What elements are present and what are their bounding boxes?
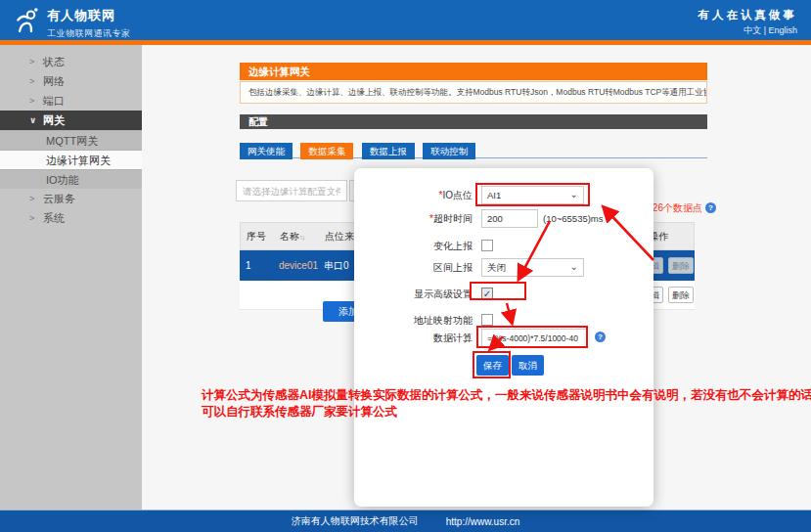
range-report-label: 区间上报 [365, 258, 473, 277]
footer-company: 济南有人物联网技术有限公司 [292, 514, 419, 528]
app-window: 有人物联网 工业物联网通讯专家 有人在认真做事 中文 | English > 状… [0, 0, 811, 532]
sidebar-item-io-function[interactable]: IO功能 [0, 169, 142, 189]
header-slogan: 有人在认真做事 [698, 8, 798, 22]
chevron-down-icon: ∨ [29, 111, 36, 130]
change-report-label: 变化上报 [365, 237, 473, 255]
datapoint-count: 126个数据点 [647, 201, 702, 215]
chevron-right-icon: > [29, 91, 34, 111]
help-icon[interactable]: ? [705, 202, 716, 213]
tab-data-collection[interactable]: 数据采集 [300, 143, 353, 159]
sidebar-item-label: 系统 [43, 212, 65, 224]
sidebar-item-label: 网络 [43, 75, 65, 87]
sidebar-item-label: IO功能 [46, 174, 79, 186]
save-button[interactable]: 保存 [476, 355, 509, 376]
tab-gateway-enable[interactable]: 网关使能 [240, 143, 293, 159]
language-switch[interactable]: 中文 | English [743, 24, 797, 37]
timeout-range-hint: (10~65535)ms [543, 209, 604, 228]
tab-linkage-control[interactable]: 联动控制 [423, 143, 475, 159]
sidebar: > 状态 > 网络 > 端口 ∨ 网关 MQTT网关 边缘计算网关 IO功能 >… [0, 45, 142, 510]
col-no: 序号 [247, 223, 266, 249]
delete-button[interactable]: 删除 [668, 257, 694, 274]
change-report-checkbox[interactable] [481, 240, 493, 251]
cell-source: 串口0 [324, 250, 349, 281]
sidebar-item-label: 边缘计算网关 [46, 155, 111, 166]
sidebar-item-network[interactable]: > 网络 [0, 71, 142, 91]
chevron-right-icon: > [29, 71, 34, 91]
footer-url[interactable]: http://www.usr.cn [446, 516, 520, 527]
cancel-button[interactable]: 取消 [512, 355, 544, 376]
page-description: 包括边缘采集、边缘计算、边缘上报、联动控制等功能。支持Modbus RTU转Js… [240, 81, 707, 104]
io-point-select[interactable]: AI1 ⌄ [481, 186, 584, 204]
datapoint-edit-modal: *IO点位 AI1 ⌄ *超时时间 (10~65535)ms 变化上报 区间上报… [354, 168, 653, 507]
top-header: 有人物联网 工业物联网通讯专家 有人在认真做事 中文 | English [0, 0, 811, 40]
range-report-select[interactable]: 关闭 ⌄ [481, 258, 584, 277]
sidebar-item-edge-gateway[interactable]: 边缘计算网关 [0, 150, 142, 169]
cell-name: device01 [279, 250, 318, 281]
page-title: 边缘计算网关 [240, 63, 707, 80]
sidebar-item-mqtt-gateway[interactable]: MQTT网关 [0, 130, 142, 150]
sidebar-item-label: 状态 [43, 56, 65, 67]
sidebar-item-status[interactable]: > 状态 [0, 52, 142, 71]
sidebar-item-label: 网关 [43, 114, 65, 126]
chevron-right-icon: > [29, 52, 34, 71]
data-calc-input[interactable] [481, 329, 587, 347]
timeout-input[interactable] [481, 209, 538, 228]
brand-name: 有人物联网 [47, 7, 131, 24]
chevron-down-icon: ⌄ [570, 258, 578, 275]
col-name[interactable]: 名称↑↓ [280, 223, 304, 250]
sort-icon: ↑↓ [299, 234, 304, 241]
chevron-right-icon: > [29, 208, 34, 228]
sidebar-item-label: 端口 [43, 95, 65, 107]
sidebar-item-gateway[interactable]: ∨ 网关 [0, 111, 142, 130]
sidebar-item-cloud[interactable]: > 云服务 [0, 189, 142, 208]
delete-button[interactable]: 删除 [668, 287, 694, 303]
advanced-settings-label: 显示高级设置 [365, 285, 473, 303]
usr-logo-icon [13, 6, 42, 34]
footer: 济南有人物联网技术有限公司 http://www.usr.cn [0, 510, 811, 532]
tab-bar: 网关使能 数据采集 数据上报 联动控制 [240, 141, 707, 158]
io-point-label: *IO点位 [365, 186, 473, 204]
sidebar-item-label: 云服务 [43, 193, 75, 204]
cell-no: 1 [246, 250, 251, 281]
chevron-right-icon: > [29, 189, 34, 208]
brand-block: 有人物联网 工业物联网通讯专家 [47, 7, 131, 40]
config-file-input[interactable] [236, 180, 347, 201]
timeout-label: *超时时间 [365, 209, 473, 228]
chevron-down-icon: ⌄ [570, 186, 578, 202]
help-icon[interactable]: ? [595, 332, 606, 342]
sidebar-item-label: MQTT网关 [46, 135, 98, 147]
tab-data-report[interactable]: 数据上报 [362, 143, 415, 159]
data-calc-label: 数据计算 [365, 329, 473, 347]
io-point-value: AI1 [487, 190, 501, 200]
section-title-config: 配置 [240, 114, 707, 129]
advanced-settings-checkbox[interactable]: ✓ [481, 288, 493, 299]
range-report-value: 关闭 [487, 262, 506, 273]
address-map-label: 地址映射功能 [365, 311, 473, 330]
address-map-checkbox[interactable] [481, 314, 493, 326]
sidebar-item-port[interactable]: > 端口 [0, 91, 142, 111]
sidebar-item-system[interactable]: > 系统 [0, 208, 142, 228]
brand-subtitle: 工业物联网通讯专家 [47, 27, 131, 40]
